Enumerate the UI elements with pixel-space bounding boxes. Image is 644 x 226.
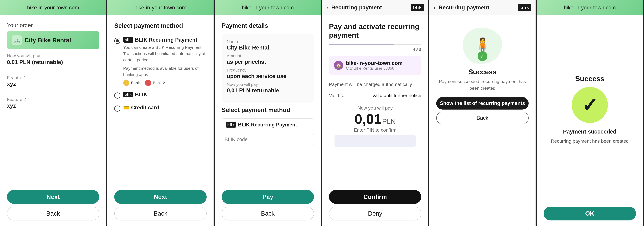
blik-recurring-desc: You can create a BLIK Recurring Payment.… (123, 44, 206, 63)
screen-5: ‹ Recurring payment blik 🧍 ✓ Success Pay… (429, 0, 537, 226)
progress-bar (329, 44, 421, 45)
bank2-row: Bank 2 (145, 80, 165, 86)
success-blob: 🧍 ✓ (463, 28, 502, 64)
merchant-card: 🏠 bike-in-your-town.com City Bike Rental… (329, 56, 421, 75)
screen-2-content: Select payment method blik BLIK Recurrin… (107, 15, 214, 187)
screen-1-bottom: Next Back (0, 187, 106, 226)
back-button-5[interactable]: Back (436, 112, 528, 124)
progress-fill (329, 44, 394, 45)
success-desc-5: Payment succeeded, recurring payment has… (436, 78, 528, 92)
big-check-circle: ✓ (572, 87, 608, 123)
show-list-button[interactable]: Show the list of recurring payments (436, 97, 528, 110)
frequency-label: Frequency (227, 68, 309, 73)
radio-blik[interactable] (114, 93, 120, 99)
radio-inner-filled (116, 39, 119, 42)
screen-1-content: Your order 🚲 City Bike Rental Now you wi… (0, 15, 106, 187)
blik-recurring-row[interactable]: blik BLIK Recurring Payment (222, 118, 314, 131)
topbar-1-url: bike-in-your-town.com (27, 5, 79, 11)
topbar-3-url: bike-in-your-town.com (242, 5, 294, 11)
feature1-detail: Feautre 1 xyz (7, 75, 99, 87)
success-illustration: 🧍 ✓ (436, 28, 528, 64)
pin-input-box[interactable] (334, 135, 416, 147)
credit-content: 💳 Credit card (123, 105, 206, 112)
big-check-mark-icon: ✓ (582, 94, 598, 116)
topbar-3: bike-in-your-town.com (215, 0, 321, 15)
back-button-3[interactable]: Back (222, 207, 314, 221)
screen-6: bike-in-your-town.com Success ✓ Payment … (537, 0, 644, 226)
payment-option-blik-recurring[interactable]: blik BLIK Recurring Payment You can crea… (114, 34, 206, 89)
amount-value: as per pricelist (227, 59, 309, 65)
blik-recurring-name: BLIK Recurring Payment (135, 37, 197, 43)
now-pay-label: Now you will pay (7, 53, 99, 59)
topbar-6-url: bike-in-your-town.com (564, 5, 616, 11)
now-pay-detail: Now you will pay 0,01 PLN (returnable) (7, 53, 99, 65)
payment-details-title: Payment details (222, 22, 314, 29)
valid-to-row: Valid to valid until further notice (329, 90, 421, 101)
next-button-2[interactable]: Next (114, 190, 206, 204)
screen-1: bike-in-your-town.com Your order 🚲 City … (0, 0, 107, 226)
screen-2-bottom: Next Back (107, 187, 214, 226)
blik-name: BLIK (135, 92, 147, 98)
page-title-4: Pay and activate recurring payment (329, 22, 421, 39)
pay-amount-row: 0,01 PLN (329, 112, 421, 126)
blik-banking-desc: Payment method is available for users of… (123, 65, 206, 78)
final-success-sub: Payment succeeded (563, 128, 616, 135)
pay-button[interactable]: Pay (222, 190, 314, 204)
name-label: Name (227, 39, 309, 44)
feature1-label: Feautre 1 (7, 75, 99, 80)
next-button-1[interactable]: Next (7, 190, 99, 204)
success-person-icon: 🧍 (473, 38, 492, 53)
back-button-1[interactable]: Back (7, 207, 99, 221)
deny-button[interactable]: Deny (329, 207, 421, 221)
select-payment-title: Select payment method (114, 22, 206, 29)
screen-5-content: 🧍 ✓ Success Payment succeeded, recurring… (429, 15, 536, 226)
radio-credit[interactable] (114, 106, 120, 112)
blik-logo-nav-5: blik (518, 4, 532, 11)
name-value: City Bike Rental (227, 44, 309, 51)
blik-code-input[interactable] (222, 134, 314, 145)
order-card: 🚲 City Bike Rental (7, 31, 99, 49)
payment-option-blik[interactable]: blik BLIK (114, 89, 206, 102)
bank1-row: Bank 1 (123, 80, 143, 86)
timer-text: 43 s (329, 47, 421, 52)
payment-details-box: Name City Bike Rental Amount as per pric… (222, 34, 314, 102)
order-title: Your order (7, 22, 99, 28)
final-success-desc: Recurring payment has been created (551, 137, 628, 145)
screen-4: ‹ Recurring payment blik Pay and activat… (322, 0, 429, 226)
pin-label: Enter PIN to confirm (329, 127, 421, 133)
back-arrow-5[interactable]: ‹ (434, 3, 436, 11)
feature2-value: xyz (7, 103, 99, 109)
payment-option-credit[interactable]: 💳 Credit card (114, 102, 206, 115)
order-card-name: City Bike Rental (24, 37, 71, 44)
final-status-label: Success (575, 74, 604, 83)
merchant-name: bike-in-your-town.com (346, 60, 402, 66)
bank1-icon (123, 80, 129, 86)
blik-header: blik BLIK (123, 92, 206, 98)
topbar-4-nav: ‹ Recurring payment blik (322, 0, 428, 15)
bank1-name: Bank 1 (131, 81, 143, 85)
blik-content: blik BLIK (123, 92, 206, 99)
merchant-sub: City Bike Rental user:83856 (346, 66, 402, 71)
confirm-button[interactable]: Confirm (329, 190, 421, 204)
radio-blik-recurring[interactable] (114, 38, 120, 44)
now-pay-value-3: 0,01 PLN returnable (227, 87, 309, 94)
nav-title-5: Recurring payment (439, 4, 516, 11)
blik-recurring-content: blik BLIK Recurring Payment You can crea… (123, 37, 206, 86)
now-pay-label-3: Now you will pay (227, 82, 309, 87)
frequency-value: upon each service use (227, 73, 309, 79)
valid-to-label: Valid to (329, 93, 344, 98)
final-success-area: Success ✓ Payment succeeded Recurring pa… (537, 15, 643, 204)
blik-logo-2: blik (123, 92, 133, 97)
now-pay-value: 0,01 PLN (returnable) (7, 59, 99, 65)
amount-label: Amount (227, 54, 309, 58)
select-method-title-3: Select payment method (222, 107, 314, 113)
ok-button[interactable]: OK (544, 207, 636, 221)
back-arrow-4[interactable]: ‹ (326, 3, 328, 11)
credit-header: 💳 Credit card (123, 105, 206, 111)
screen-6-bottom: OK (537, 204, 643, 226)
back-button-2[interactable]: Back (114, 207, 206, 221)
merchant-icon: 🏠 (334, 61, 343, 70)
topbar-2: bike-in-your-town.com (107, 0, 214, 15)
bank-icons: Bank 1 Bank 2 (123, 80, 206, 86)
pay-label: Now you will pay (329, 105, 421, 111)
